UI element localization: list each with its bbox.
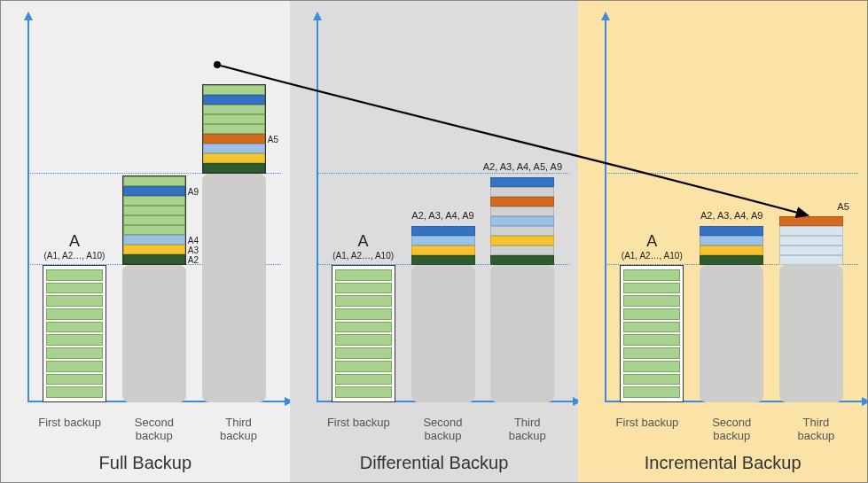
xlabel: First backup (326, 416, 390, 442)
bar-full-first: A (A1, A2…, A10) (43, 265, 106, 402)
diagram-canvas: Total Space occupied A (A1, A2…, A10) (0, 0, 868, 483)
label-diff-second: A2, A3, A4, A9 (411, 210, 473, 221)
bar-diff-second: A2, A3, A4, A9 (411, 226, 475, 402)
xlabel: Third backup (496, 416, 559, 442)
stack-incr-second (700, 226, 763, 265)
xlabel: Third backup (784, 416, 848, 442)
xlabel: First backup (615, 416, 679, 442)
y-axis (27, 19, 29, 402)
xlabel: Second backup (700, 416, 763, 442)
x-labels-diff: First backup Second backup Third backup (317, 416, 570, 442)
y-axis (605, 19, 606, 402)
label-diff-third: A2, A3, A4, A5, A9 (483, 161, 562, 172)
panel-title-incr: Incremental Backup (578, 453, 867, 473)
xlabel: Second backup (411, 416, 475, 442)
note-a3: A3 (188, 245, 199, 255)
panel-differential-backup: A (A1, A2…, A10) A2, A3, A4, A9 (290, 1, 579, 482)
panel-full-backup: A (A1, A2…, A10) A2 A3 A4 A9 (1, 1, 290, 482)
panel-incremental-backup: A (A1, A2…, A10) A2, A3, A4, A9 (578, 1, 867, 482)
x-labels-incr: First backup Second backup Third backup (605, 416, 858, 442)
panel-title-full: Full Backup (1, 453, 290, 473)
placeholder (779, 265, 843, 402)
placeholder (122, 265, 186, 402)
label-incr-third: A5 (837, 201, 848, 212)
bars-diff: A (A1, A2…, A10) A2, A3, A4, A9 (324, 19, 563, 402)
placeholder (202, 174, 266, 402)
note-a2: A2 (188, 255, 199, 265)
stack-incr-third (779, 216, 843, 265)
bar-diff-third: A2, A3, A4, A5, A9 (490, 177, 554, 402)
xlabel: First backup (38, 416, 102, 442)
chart-diff: A (A1, A2…, A10) A2, A3, A4, A9 (317, 19, 570, 402)
bars-incr: A (A1, A2…, A10) A2, A3, A4, A9 (612, 19, 851, 402)
xlabel: Second backup (122, 416, 186, 442)
bar-diff-first: A (A1, A2…, A10) (332, 265, 395, 402)
panel-title-diff: Differential Backup (290, 453, 579, 473)
note-a5: A5 (268, 135, 278, 144)
bar-incr-third: A5 (779, 216, 843, 402)
placeholder (411, 265, 475, 402)
stack-full-third: A5 (202, 84, 266, 174)
stack-A (620, 265, 684, 402)
y-axis (317, 19, 318, 402)
bar-full-second: A2 A3 A4 A9 (122, 175, 186, 402)
stack-A (332, 265, 395, 402)
stack-full-second: A2 A3 A4 A9 (122, 175, 186, 265)
stack-diff-third (490, 177, 554, 265)
stack-A (43, 265, 106, 402)
xlabel: Third backup (207, 416, 270, 442)
placeholder (700, 265, 763, 402)
placeholder (490, 265, 554, 402)
label-A: A (A1, A2…, A10) (43, 232, 105, 261)
bar-incr-second: A2, A3, A4, A9 (700, 226, 763, 402)
x-labels-full: First backup Second backup Third backup (27, 416, 281, 442)
label-A: A (A1, A2…, A10) (622, 232, 683, 261)
bar-incr-first: A (A1, A2…, A10) (620, 265, 684, 402)
label-A: A (A1, A2…, A10) (332, 232, 394, 261)
note-a4: A4 (188, 236, 199, 245)
note-a9: A9 (188, 187, 199, 197)
chart-incr: A (A1, A2…, A10) A2, A3, A4, A9 (605, 19, 858, 402)
chart-full: A (A1, A2…, A10) A2 A3 A4 A9 (27, 19, 281, 402)
stack-diff-second (411, 226, 475, 265)
bars-full: A (A1, A2…, A10) A2 A3 A4 A9 (35, 19, 274, 402)
label-incr-second: A2, A3, A4, A9 (700, 210, 762, 221)
bar-full-third: A5 (202, 84, 266, 402)
